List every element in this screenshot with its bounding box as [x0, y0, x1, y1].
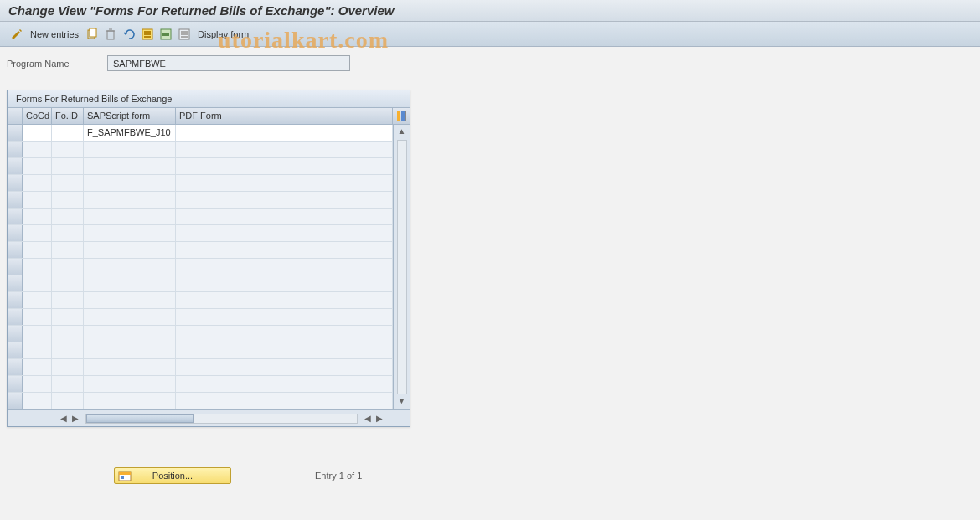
- table-row-empty[interactable]: [8, 158, 393, 175]
- svg-rect-8: [144, 36, 151, 38]
- position-button[interactable]: Position...: [114, 467, 231, 484]
- svg-rect-20: [121, 476, 124, 479]
- scroll-left-step-icon[interactable]: ◀: [363, 414, 373, 423]
- table-row-empty[interactable]: [8, 292, 393, 309]
- svg-rect-7: [144, 33, 151, 35]
- toolbar: New entries Display form: [0, 22, 980, 47]
- svg-rect-14: [181, 36, 188, 38]
- forms-table-panel: Forms For Returned Bills of Exchange CoC…: [7, 90, 410, 427]
- row-selector[interactable]: [8, 192, 23, 208]
- row-selector[interactable]: [8, 292, 23, 308]
- svg-rect-13: [181, 33, 188, 35]
- undo-icon[interactable]: [121, 26, 137, 43]
- row-selector[interactable]: [8, 158, 23, 174]
- cell-sapscript[interactable]: F_SAPMFBWE_J10: [84, 125, 176, 141]
- scroll-right-icon[interactable]: ▶: [374, 414, 384, 423]
- column-cocd-header[interactable]: CoCd: [23, 108, 52, 124]
- svg-rect-15: [397, 111, 400, 121]
- row-selector[interactable]: [8, 225, 23, 241]
- table-row-empty[interactable]: [8, 209, 393, 225]
- table-title: Forms For Returned Bills of Exchange: [8, 90, 410, 108]
- scroll-track[interactable]: [397, 140, 407, 394]
- table-row-empty[interactable]: [8, 275, 393, 292]
- content-area: Program Name Forms For Returned Bills of…: [0, 47, 980, 492]
- row-selector[interactable]: [8, 326, 23, 342]
- svg-rect-16: [401, 111, 405, 121]
- position-button-label: Position...: [152, 471, 193, 481]
- new-entries-button[interactable]: New entries: [27, 29, 82, 39]
- display-form-button[interactable]: Display form: [194, 29, 252, 39]
- cell-foid[interactable]: [52, 125, 84, 141]
- svg-rect-19: [119, 472, 131, 475]
- program-name-row: Program Name: [7, 55, 973, 71]
- column-selector-header[interactable]: [8, 108, 23, 124]
- vertical-scrollbar[interactable]: ▲ ▼: [393, 125, 410, 409]
- column-foid-header[interactable]: Fo.ID: [52, 108, 84, 124]
- row-selector[interactable]: [8, 259, 23, 275]
- hscroll-thumb[interactable]: [86, 414, 194, 423]
- row-selector[interactable]: [8, 242, 23, 258]
- scroll-down-icon[interactable]: ▼: [398, 396, 406, 408]
- table-row-empty[interactable]: [8, 225, 393, 242]
- table-row[interactable]: F_SAPMFBWE_J10: [8, 125, 393, 142]
- svg-rect-12: [181, 31, 188, 33]
- row-selector[interactable]: [8, 309, 23, 325]
- svg-rect-2: [107, 31, 114, 39]
- scroll-left-icon[interactable]: ◀: [59, 414, 69, 423]
- hscroll-track[interactable]: [85, 414, 358, 424]
- row-selector[interactable]: [8, 175, 23, 191]
- scroll-right-step-icon[interactable]: ▶: [70, 414, 80, 423]
- table-row-empty[interactable]: [8, 359, 393, 376]
- footer-row: Position... Entry 1 of 1: [7, 467, 973, 484]
- cell-cocd[interactable]: [23, 125, 52, 141]
- row-selector[interactable]: [8, 275, 23, 291]
- table-row-empty[interactable]: [8, 326, 393, 342]
- row-selector[interactable]: [8, 209, 23, 224]
- scroll-up-icon[interactable]: ▲: [398, 126, 406, 138]
- svg-rect-6: [144, 31, 151, 33]
- horizontal-scrollbar[interactable]: ◀ ▶ ◀ ▶: [8, 409, 410, 426]
- table-row-empty[interactable]: [8, 242, 393, 259]
- table-row-empty[interactable]: [8, 309, 393, 326]
- row-selector[interactable]: [8, 142, 23, 157]
- column-pdf-header[interactable]: PDF Form: [176, 108, 393, 124]
- svg-rect-17: [405, 111, 406, 121]
- svg-rect-1: [90, 28, 96, 37]
- table-row-empty[interactable]: [8, 376, 393, 393]
- column-sapscript-header[interactable]: SAPScript form: [84, 108, 176, 124]
- row-selector[interactable]: [8, 342, 23, 358]
- select-all-icon[interactable]: [139, 26, 156, 43]
- cell-pdf[interactable]: [176, 125, 393, 141]
- table-config-icon[interactable]: [393, 108, 410, 124]
- row-selector[interactable]: [8, 125, 23, 141]
- delete-icon[interactable]: [102, 26, 119, 43]
- row-selector[interactable]: [8, 359, 23, 375]
- toggle-change-display-icon[interactable]: [8, 26, 25, 43]
- row-selector[interactable]: [8, 376, 23, 392]
- table-row-empty[interactable]: [8, 393, 393, 409]
- select-block-icon[interactable]: [157, 26, 174, 43]
- position-icon: [118, 470, 132, 483]
- deselect-all-icon[interactable]: [176, 26, 193, 43]
- row-selector[interactable]: [8, 393, 23, 409]
- copy-icon[interactable]: [84, 26, 101, 43]
- entry-count-text: Entry 1 of 1: [315, 471, 362, 481]
- table-row-empty[interactable]: [8, 142, 393, 158]
- page-title: Change View "Forms For Returned Bills of…: [0, 0, 980, 22]
- svg-rect-10: [162, 33, 169, 36]
- table-row-empty[interactable]: [8, 342, 393, 359]
- table-row-empty[interactable]: [8, 259, 393, 275]
- table-row-empty[interactable]: [8, 175, 393, 192]
- table-row-empty[interactable]: [8, 192, 393, 209]
- table-body: F_SAPMFBWE_J10: [8, 125, 393, 409]
- table-header: CoCd Fo.ID SAPScript form PDF Form: [8, 108, 410, 125]
- program-name-label: Program Name: [7, 59, 101, 69]
- program-name-input[interactable]: [107, 55, 350, 71]
